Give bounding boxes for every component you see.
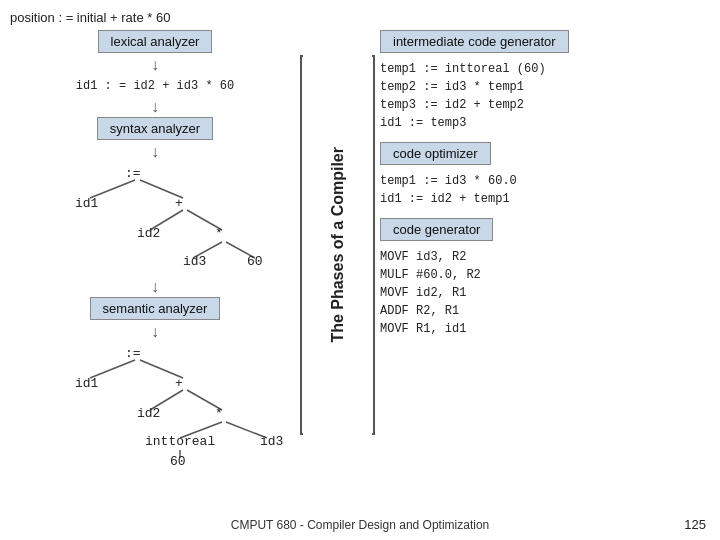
intermediate-section: intermediate code generator temp1 := int… bbox=[380, 30, 710, 132]
optimizer-section: code optimizer temp1 := id3 * 60.0 id1 :… bbox=[380, 142, 710, 208]
tree1-id1: id1 bbox=[75, 196, 98, 211]
intermediate-box: intermediate code generator bbox=[380, 30, 569, 53]
left-column: lexical analyzer ↓ id1 : = id2 + id3 * 6… bbox=[10, 30, 300, 467]
tree2-root: := bbox=[125, 346, 141, 361]
arrow1: ↓ bbox=[10, 57, 300, 73]
optimizer-code: temp1 := id3 * 60.0 id1 := id2 + temp1 bbox=[380, 172, 710, 208]
syntax-analyzer-box: syntax analyzer bbox=[97, 117, 213, 140]
main-container: position : = initial + rate * 60 lexical… bbox=[0, 0, 720, 540]
tree2-id1: id1 bbox=[75, 376, 98, 391]
page-title: position : = initial + rate * 60 bbox=[10, 10, 710, 25]
tree2-id2: id2 bbox=[137, 406, 160, 421]
right-column: intermediate code generator temp1 := int… bbox=[380, 30, 710, 348]
bracket-left bbox=[300, 55, 303, 435]
tree1-diagram: := id1 + id2 * id3 60 bbox=[15, 162, 275, 277]
tree2-diagram: := id1 + id2 * inttoreal id3 60 bbox=[15, 342, 295, 467]
tree1-star: * bbox=[215, 226, 223, 241]
tree2-inttoreal: inttoreal bbox=[145, 434, 215, 449]
tree1-60: 60 bbox=[247, 254, 263, 269]
page-number: 125 bbox=[684, 517, 706, 532]
footer: CMPUT 680 - Compiler Design and Optimiza… bbox=[0, 518, 720, 532]
tree1-id3: id3 bbox=[183, 254, 206, 269]
intermediate-code: temp1 := inttoreal (60) temp2 := id3 * t… bbox=[380, 60, 710, 132]
arrow5: ↓ bbox=[10, 324, 300, 340]
arrow2: ↓ bbox=[10, 99, 300, 115]
generator-box: code generator bbox=[380, 218, 493, 241]
tree2-plus: + bbox=[175, 376, 183, 391]
arrow3: ↓ bbox=[10, 144, 300, 160]
generator-section: code generator MOVF id3, R2 MULF #60.0, … bbox=[380, 218, 710, 338]
tree1-plus: + bbox=[175, 196, 183, 211]
tree2-60: 60 bbox=[170, 454, 186, 469]
tree1-id2: id2 bbox=[137, 226, 160, 241]
arrow4: ↓ bbox=[10, 279, 300, 295]
generator-code: MOVF id3, R2 MULF #60.0, R2 MOVF id2, R1… bbox=[380, 248, 710, 338]
code-line: id1 : = id2 + id3 * 60 bbox=[10, 77, 300, 95]
tree1-root: := bbox=[125, 166, 141, 181]
vertical-phases-label: The Phases of a Compiler bbox=[305, 55, 370, 435]
optimizer-box: code optimizer bbox=[380, 142, 491, 165]
bracket-right bbox=[372, 55, 375, 435]
semantic-analyzer-box: semantic analyzer bbox=[90, 297, 221, 320]
tree2-star: * bbox=[215, 406, 223, 421]
tree1-svg bbox=[15, 162, 275, 277]
tree2-id3: id3 bbox=[260, 434, 283, 449]
lexical-analyzer-box: lexical analyzer bbox=[98, 30, 213, 53]
